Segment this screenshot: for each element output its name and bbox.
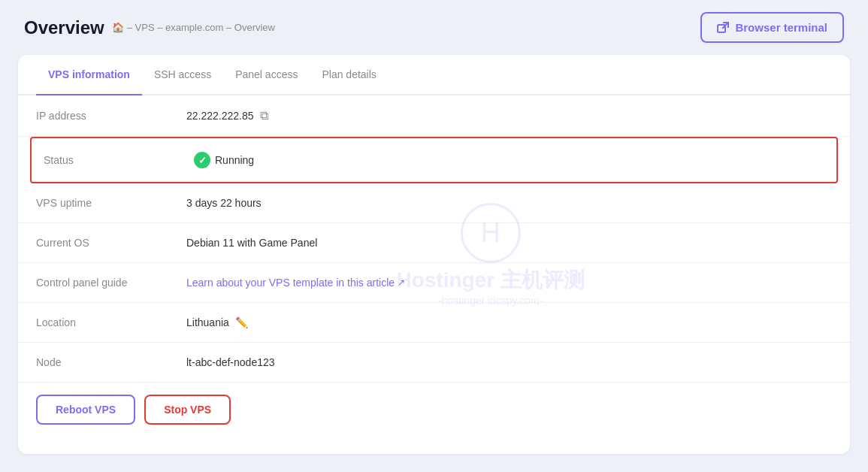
row-location: Location Lithuania ✏️ [18,303,850,343]
footer-buttons: Reboot VPS Stop VPS [18,383,850,428]
tab-bar: VPS information SSH access Panel access … [18,55,850,95]
reboot-vps-button[interactable]: Reboot VPS [36,395,135,425]
external-link-icon-small: ↗ [398,277,405,288]
control-panel-guide-link[interactable]: Learn about your VPS template in this ar… [186,277,405,289]
label-location: Location [36,316,186,328]
value-status: ✓ Running [194,152,254,168]
row-status: Status ✓ Running [30,137,838,183]
value-current-os: Debian 11 with Game Panel [186,237,317,249]
stop-vps-button[interactable]: Stop VPS [144,395,231,425]
tab-ssh-access[interactable]: SSH access [142,55,223,95]
label-status: Status [44,154,194,166]
value-ip-address: 22.222.222.85 ⧉ [186,109,268,123]
page-title: Overview [24,17,104,38]
home-icon: 🏠 [112,22,124,33]
copy-ip-icon[interactable]: ⧉ [260,109,268,123]
value-vps-uptime: 3 days 22 hours [186,197,262,209]
value-control-panel-guide: Learn about your VPS template in this ar… [186,277,405,289]
label-ip-address: IP address [36,110,186,122]
row-node: Node lt-abc-def-node123 [18,343,850,383]
status-badge: ✓ Running [194,152,254,168]
tab-panel-access[interactable]: Panel access [223,55,310,95]
tab-plan-details[interactable]: Plan details [310,55,388,95]
row-ip-address: IP address 22.222.222.85 ⧉ [18,95,850,137]
tab-vps-information[interactable]: VPS information [36,55,142,95]
browser-terminal-button[interactable]: Browser terminal [700,12,844,43]
value-node: lt-abc-def-node123 [186,356,275,368]
edit-location-icon[interactable]: ✏️ [235,316,248,328]
status-check-icon: ✓ [194,152,210,168]
label-current-os: Current OS [36,237,186,249]
label-control-panel-guide: Control panel guide [36,277,186,289]
label-node: Node [36,356,186,368]
row-current-os: Current OS Debian 11 with Game Panel [18,223,850,263]
value-location: Lithuania ✏️ [186,316,248,328]
external-link-icon [717,22,729,34]
main-panel: H Hostinger 主机评测 -hostinger.idcspy.com- … [18,55,850,454]
label-vps-uptime: VPS uptime [36,197,186,209]
row-vps-uptime: VPS uptime 3 days 22 hours [18,183,850,223]
row-control-panel-guide: Control panel guide Learn about your VPS… [18,263,850,303]
breadcrumb: 🏠 – VPS – example.com – Overview [112,22,275,33]
